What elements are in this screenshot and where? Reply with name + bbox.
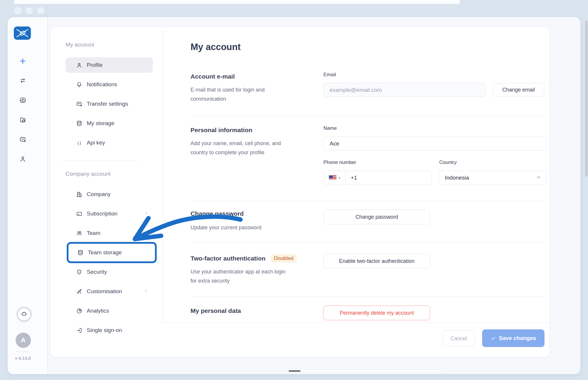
horizontal-scrollbar-track (289, 370, 442, 372)
app-window: A v 4.13.0 My account Profile Notificati… (8, 17, 580, 374)
app-logo-icon[interactable] (14, 26, 31, 40)
background-window-edge (14, 0, 460, 4)
delete-account-button[interactable]: Permanently delete my account (323, 306, 430, 320)
settings-card: My account Profile Notifications Transfe… (51, 27, 549, 357)
section-heading-personal-info: Personal information (191, 127, 252, 134)
section-desc: Add your name, email, cell phone, and co… (191, 139, 293, 157)
icon-rail: A v 4.13.0 (8, 17, 48, 374)
country-value: Indonesia (445, 175, 469, 181)
divider (191, 296, 547, 296)
name-input[interactable] (323, 137, 547, 150)
shield-icon (76, 269, 83, 276)
inbox-download-icon (19, 97, 26, 104)
check-icon (491, 336, 496, 341)
phone-prefix: +1 (345, 175, 357, 181)
section-desc: Use your authenticator app at each login… (191, 267, 288, 286)
divider (191, 242, 547, 242)
form-footer: Cancel Save changes (163, 323, 549, 357)
rail-transfer-arrows-button[interactable] (8, 77, 38, 84)
sidebar-item-subscription[interactable]: Subscription (66, 206, 153, 221)
database-icon (77, 249, 84, 256)
section-heading-account-email: Account e-mail (191, 73, 235, 80)
sign-in-icon (76, 327, 83, 334)
sidebar-item-company[interactable]: Company (66, 187, 153, 202)
credit-card-icon (76, 210, 83, 217)
page-title: My account (191, 42, 241, 52)
sidebar-item-my-storage[interactable]: My storage (66, 116, 153, 131)
sidebar-item-single-sign-on[interactable]: Single sign-on (66, 323, 153, 338)
sidebar-section-header: Company account (66, 170, 163, 178)
sidebar-item-label: Company (87, 191, 111, 198)
window-control-dot (14, 7, 21, 14)
phone-label: Phone number (323, 160, 356, 165)
bell-icon (76, 81, 83, 88)
team-icon (76, 230, 83, 237)
vertical-scrollbar[interactable] (585, 21, 587, 177)
chevron-right-icon (144, 288, 148, 295)
section-desc: E-mail that is used for login and commun… (191, 85, 279, 104)
country-select[interactable]: Indonesia (439, 171, 547, 185)
database-icon (76, 120, 83, 127)
divider (16, 351, 29, 352)
window-control-dot (26, 7, 33, 14)
pie-chart-icon (76, 308, 83, 314)
sidebar-item-team[interactable]: Team (66, 225, 153, 241)
sidebar-item-label: Security (87, 269, 107, 275)
cloud-status-button[interactable] (16, 307, 32, 322)
sidebar-item-api-key[interactable]: { } Api key (66, 135, 153, 150)
sidebar-item-label: Transfer settings (87, 101, 128, 107)
sidebar-item-analytics[interactable]: Analytics (66, 303, 153, 318)
chevron-down-icon (536, 175, 541, 181)
cancel-button[interactable]: Cancel (442, 331, 475, 346)
divider (191, 115, 547, 116)
window-control-dot (37, 7, 44, 14)
sidebar-item-label: Api key (87, 140, 105, 146)
save-changes-button[interactable]: Save changes (482, 329, 544, 347)
sidebar-item-label: Customisation (87, 288, 122, 295)
rail-inbox-download-button[interactable] (8, 97, 38, 104)
email-label: Email (323, 72, 336, 78)
rail-send-envelope-button[interactable] (8, 136, 38, 143)
sidebar-item-label: My storage (87, 120, 114, 127)
two-factor-heading-text: Two-factor authentication (191, 255, 265, 262)
avatar[interactable]: A (16, 333, 31, 348)
send-envelope-icon (19, 136, 26, 143)
svg-text:{ }: { } (77, 140, 81, 145)
braces-icon: { } (76, 140, 83, 146)
brush-icon (76, 288, 83, 295)
sidebar-item-label: Single sign-on (87, 327, 122, 333)
change-password-button[interactable]: Change password (323, 210, 430, 224)
sidebar-item-customisation[interactable]: Customisation (66, 284, 153, 299)
horizontal-scrollbar-thumb[interactable] (289, 370, 300, 372)
transfer-arrows-icon (19, 77, 26, 84)
section-heading-two-factor: Two-factor authenticationDisabled (191, 254, 297, 263)
divider (62, 161, 138, 161)
sidebar-item-security[interactable]: Security (66, 264, 153, 280)
sidebar-item-team-storage[interactable]: Team storage (67, 242, 157, 263)
plus-icon (19, 57, 26, 65)
sidebar-item-label: Subscription (87, 210, 118, 217)
sidebar-section-header: My account (66, 41, 163, 49)
enable-two-factor-button[interactable]: Enable two-factor authentication (323, 254, 430, 268)
caret-down-icon: ▾ (339, 176, 340, 180)
change-email-button[interactable]: Change email (493, 83, 544, 97)
country-label: Country (439, 160, 457, 165)
sidebar-item-label: Team storage (88, 249, 122, 256)
settings-content: My account Account e-mail E-mail that is… (163, 27, 549, 357)
phone-input[interactable]: ▾ +1 (323, 171, 432, 185)
sidebar-item-profile[interactable]: Profile (66, 57, 153, 73)
cloud-icon (20, 310, 28, 319)
building-icon (76, 191, 83, 198)
status-badge-disabled: Disabled (271, 254, 297, 263)
settings-sidebar: My account Profile Notifications Transfe… (51, 27, 163, 357)
sidebar-item-label: Notifications (87, 81, 117, 88)
rail-plus-button[interactable] (8, 57, 38, 65)
sidebar-item-transfer-settings[interactable]: Transfer settings (66, 96, 153, 112)
envelope-arrow-icon (76, 101, 83, 107)
sidebar-item-notifications[interactable]: Notifications (66, 77, 153, 92)
rail-folder-cloud-button[interactable] (8, 116, 38, 124)
folder-cloud-icon (19, 116, 26, 124)
country-code-dropdown[interactable]: ▾ (324, 171, 345, 185)
rail-user-button[interactable] (8, 155, 38, 163)
email-input[interactable] (323, 83, 486, 97)
